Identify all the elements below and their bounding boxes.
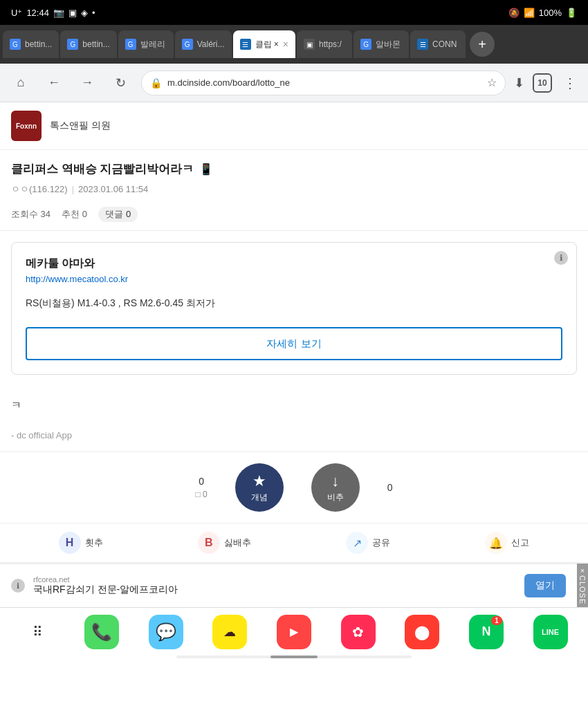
down-count: 0	[387, 482, 393, 493]
download-icon[interactable]: ⬇	[514, 75, 524, 91]
hit-icon-circle: H	[59, 532, 81, 554]
back-button[interactable]: ←	[42, 71, 66, 95]
view-count: 조회수 34	[11, 208, 50, 221]
upvote-button[interactable]: ★ 개념	[235, 463, 284, 512]
home-button[interactable]: ⌂	[8, 71, 33, 95]
sim-icon: ▣	[68, 8, 77, 18]
tab-conn[interactable]: ☰ CONN	[410, 30, 466, 58]
tab-bettin2[interactable]: G bettin...	[60, 30, 116, 58]
ad-cta-button[interactable]: 자세히 보기	[26, 327, 562, 360]
circle-icon: ⬤	[414, 624, 430, 640]
meta-separator: |	[72, 184, 74, 194]
tab-label: bettin...	[25, 39, 52, 49]
tab-favicon: G	[182, 39, 193, 50]
naver-app[interactable]: ▶	[277, 615, 311, 649]
apps-grid-button[interactable]: ⠿	[20, 615, 55, 649]
tab-valeri[interactable]: G 발레리	[118, 30, 174, 58]
tab-favicon: ☰	[417, 39, 428, 50]
share-label: 공유	[372, 537, 390, 549]
new-tab-button[interactable]: +	[470, 32, 495, 57]
reload-button[interactable]: ↻	[108, 71, 133, 95]
n-icon: N	[481, 624, 490, 639]
ad-banner-open-button[interactable]: 열기	[524, 574, 566, 597]
battery-icon: 🔋	[566, 8, 577, 18]
url-bar[interactable]: 🔒 m.dcinside.com/board/lotto_ne ☆	[141, 71, 506, 95]
star-icon: ★	[252, 472, 266, 490]
phone-app[interactable]: 📞	[84, 615, 119, 649]
post-body-text: ㅋ	[11, 399, 21, 411]
downvote-button[interactable]: ↓ 비추	[311, 463, 360, 512]
hit-icon: H	[66, 537, 74, 549]
forward-button[interactable]: →	[75, 71, 100, 95]
ad-url[interactable]: http://www.mecatool.co.kr	[26, 274, 562, 284]
profile-logo: Foxnn	[11, 111, 42, 141]
bad-label: 싫배추	[224, 537, 251, 549]
bad-icon-circle: B	[198, 532, 220, 554]
tab-bettin1[interactable]: G bettin...	[3, 30, 59, 58]
grid-icon: ⠿	[33, 624, 43, 640]
share-icon-circle: ↗	[346, 532, 368, 554]
post-author: ㅇㅇ(116.122)	[11, 183, 68, 196]
tab-valeri2[interactable]: G Valéri...	[175, 30, 232, 58]
post-footer-text: - dc official App	[11, 430, 72, 440]
alert-icon: 🔔	[489, 537, 503, 550]
tab-label: 클립 ×	[255, 39, 279, 50]
carrier-icon: U⁺	[11, 8, 22, 18]
up-count: 0	[199, 476, 204, 487]
comment-badge: 댓글 0	[98, 207, 138, 222]
phone-icon: 📞	[91, 622, 112, 642]
naver-badge: 1	[491, 616, 502, 625]
app6-icon[interactable]: ⬤	[405, 615, 439, 649]
tab-albamon[interactable]: G 알바몬	[353, 30, 409, 58]
bad-icon: B	[205, 537, 213, 549]
post-body: ㅋ	[0, 386, 588, 425]
line-app[interactable]: LINE	[533, 615, 568, 649]
tab-clip-active[interactable]: ☰ 클립 × ×	[233, 30, 296, 58]
report-icon-circle: 🔔	[485, 532, 507, 554]
ad-banner-wrapper: ℹ rfcorea.net 국내RF감쇠기 전문-알에프코리아 열기 ×CLOS…	[0, 563, 588, 607]
time: 12:44	[26, 8, 49, 18]
bad-action[interactable]: B 싫배추	[198, 532, 251, 554]
naver-n-app[interactable]: N 1	[469, 615, 504, 649]
messages-app[interactable]: 💬	[149, 615, 183, 649]
hit-action[interactable]: H 횟추	[59, 532, 103, 554]
scroll-indicator	[176, 656, 412, 658]
naver-icon: ▶	[290, 625, 298, 638]
app5-icon[interactable]: ✿	[341, 615, 376, 649]
tab-count-badge[interactable]: 10	[533, 73, 552, 93]
address-bar: ⌂ ← → ↻ 🔒 m.dcinside.com/board/lotto_ne …	[0, 64, 588, 102]
vote-section: 0 □ 0 ★ 개념 ↓ 비추 0	[0, 452, 588, 523]
ad-card: ℹ 메카툴 야마와 http://www.mecatool.co.kr RS(비…	[11, 242, 577, 375]
menu-dots-icon[interactable]: ⋮	[560, 72, 580, 94]
line-icon: LINE	[542, 628, 559, 636]
battery: 100%	[539, 8, 562, 18]
status-right: 🔕 📶 100% 🔋	[508, 8, 577, 18]
report-action[interactable]: 🔔 신고	[485, 532, 529, 554]
hit-label: 횟추	[85, 537, 103, 549]
page-content: Foxnn 톡스앤필 의원 클리퍼스 역배승 지금빨리박어라ㅋ 📱 ㅇㅇ(116…	[0, 102, 588, 607]
upvote-label: 개념	[251, 492, 268, 503]
ad-close-button[interactable]: ×CLOSE	[577, 564, 588, 607]
profile-info: 톡스앤필 의원	[50, 120, 111, 132]
tab-label: 발레리	[140, 39, 165, 50]
share-icon: ↗	[353, 537, 362, 550]
tab-favicon: ▣	[304, 39, 315, 50]
tab-label: Valéri...	[197, 39, 225, 49]
recommend-count: 추천 0	[62, 208, 87, 221]
post-stats: 조회수 34 추천 0 댓글 0	[0, 198, 588, 231]
ad-banner: ℹ rfcorea.net 국내RF감쇠기 전문-알에프코리아 열기	[0, 564, 577, 607]
tab-favicon: G	[67, 39, 78, 50]
tab-https[interactable]: ▣ https:/	[297, 30, 352, 58]
mute-icon: 🔕	[508, 8, 520, 18]
bookmark-icon[interactable]: ☆	[487, 76, 497, 89]
kakao-app[interactable]: ☁	[212, 615, 247, 649]
ad-info-icon[interactable]: ℹ	[554, 251, 568, 265]
dot-icon: •	[92, 8, 95, 18]
share-action[interactable]: ↗ 공유	[346, 532, 390, 554]
up-vote-group: 0 □ 0	[195, 476, 207, 499]
tab-close-icon[interactable]: ×	[283, 39, 288, 50]
status-bar: U⁺ 12:44 📷 ▣ ◈ • 🔕 📶 100% 🔋	[0, 0, 588, 25]
post-meta: ㅇㅇ(116.122) | 2023.01.06 11:54	[11, 183, 577, 196]
tab-label: bettin...	[82, 39, 109, 49]
profile-area: Foxnn 톡스앤필 의원	[0, 102, 588, 150]
